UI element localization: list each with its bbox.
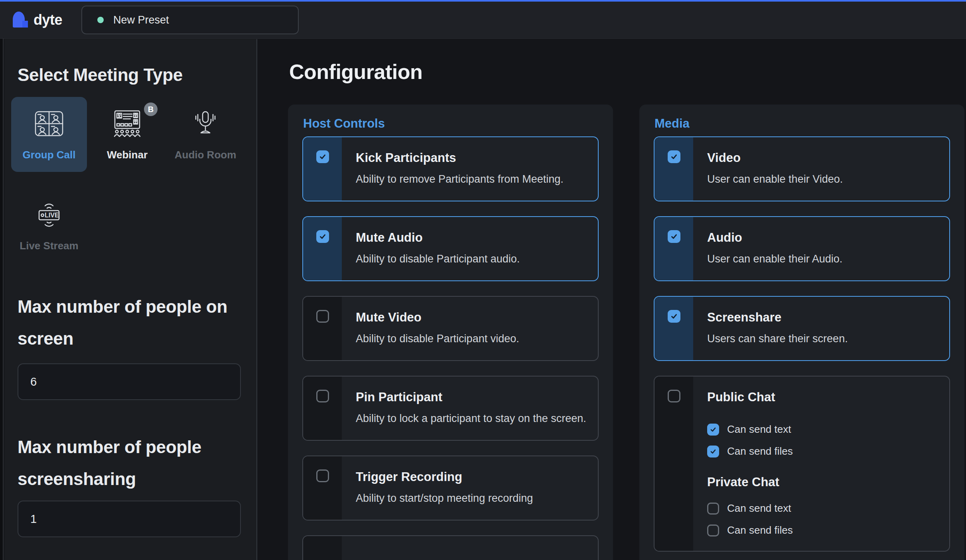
card-checkbox-strip: [303, 456, 342, 520]
meeting-type-audio-room[interactable]: Audio Room: [168, 97, 243, 172]
card-checkbox-strip: [303, 217, 342, 280]
dyte-logo: dyte: [12, 11, 62, 29]
card-checkbox-strip: [655, 377, 693, 551]
checkbox-checked-icon[interactable]: [707, 424, 719, 436]
page-title: Configuration: [289, 59, 422, 85]
checkbox-unchecked-icon[interactable]: [707, 503, 719, 515]
dyte-logo-icon: [12, 11, 30, 29]
permission-card-public-chat[interactable]: Public Chat Can send text Can send files: [654, 376, 950, 552]
preset-status-dot-icon: [97, 17, 104, 23]
card-description: Ability to lock a participant to stay on…: [356, 409, 588, 428]
checkbox-checked-icon[interactable]: [668, 310, 680, 323]
meeting-type-title: Select Meeting Type: [18, 61, 244, 89]
card-description: User can enable their Audio.: [707, 250, 940, 268]
checkbox-unchecked-icon[interactable]: [668, 390, 680, 402]
meeting-type-label: Webinar: [107, 149, 148, 161]
public-chat-can-send-text[interactable]: Can send text: [707, 423, 940, 436]
meeting-type-label: Group Call: [23, 149, 76, 161]
preset-name-field[interactable]: New Preset: [81, 6, 299, 34]
card-title: Mute Audio: [356, 230, 588, 245]
permission-card-pin-participant[interactable]: Pin Participant Ability to lock a partic…: [302, 376, 599, 441]
max-on-screen-input[interactable]: [18, 363, 241, 400]
permission-card-mute-audio[interactable]: Mute Audio Ability to disable Participan…: [302, 216, 599, 281]
card-description: Users can share their screen.: [707, 329, 940, 348]
sub-option-label: Can send files: [727, 445, 793, 457]
configuration-area: Configuration Host Controls Kick Partici…: [258, 39, 966, 560]
host-controls-title: Host Controls: [303, 116, 599, 131]
card-description: Ability to disable Participant video.: [356, 329, 588, 348]
permission-card-audio[interactable]: Audio User can enable their Audio.: [654, 216, 950, 281]
card-title: Video: [707, 150, 940, 166]
card-checkbox-strip: [303, 137, 342, 201]
checkbox-checked-icon[interactable]: [316, 150, 329, 163]
checkbox-unchecked-icon[interactable]: [316, 390, 329, 402]
meeting-type-label: Live Stream: [20, 240, 78, 252]
permission-card-mute-video[interactable]: Mute Video Ability to disable Participan…: [302, 296, 599, 361]
top-accent-bar: [0, 0, 966, 2]
card-checkbox-strip: [655, 297, 693, 360]
card-checkbox-strip: [303, 377, 342, 440]
private-chat-can-send-files[interactable]: Can send files: [707, 524, 940, 536]
media-section: Media Video User can enable their Video.: [639, 105, 964, 560]
card-title: Kick Participants: [356, 150, 588, 166]
svg-text:LIVE: LIVE: [45, 212, 59, 219]
card-title: Audio: [707, 230, 940, 245]
private-chat-can-send-text[interactable]: Can send text: [707, 502, 940, 515]
max-on-screen-label: Max number of people onscreen: [18, 291, 244, 355]
checkbox-checked-icon[interactable]: [668, 150, 680, 163]
live-stream-icon: LIVE: [35, 197, 63, 232]
card-description: Ability to remove Participants from Meet…: [356, 170, 588, 188]
brand-name: dyte: [34, 12, 62, 28]
card-description: User can enable their Video.: [707, 170, 940, 188]
window-left-edge: [0, 2, 4, 560]
checkbox-unchecked-icon[interactable]: [316, 310, 329, 323]
beta-badge: B: [144, 103, 158, 116]
permission-card-kick-participants[interactable]: Kick Participants Ability to remove Part…: [302, 136, 599, 201]
sub-option-label: Can send files: [727, 524, 793, 536]
public-chat-can-send-files[interactable]: Can send files: [707, 445, 940, 457]
sub-option-label: Can send text: [727, 502, 791, 515]
checkbox-unchecked-icon[interactable]: [707, 525, 719, 536]
checkbox-checked-icon[interactable]: [316, 230, 329, 243]
max-screenshare-label: Max number of peoplescreensharing: [18, 431, 244, 495]
sub-option-label: Can send text: [727, 423, 791, 436]
card-description: Ability to disable Participant audio.: [356, 250, 588, 268]
card-checkbox-strip: [655, 137, 693, 201]
checkbox-checked-icon[interactable]: [668, 230, 680, 243]
checkbox-checked-icon[interactable]: [707, 446, 719, 457]
preset-name: New Preset: [113, 14, 169, 26]
max-screenshare-input[interactable]: [18, 501, 241, 537]
audio-room-icon: [192, 106, 219, 141]
meeting-type-webinar[interactable]: B: [89, 97, 165, 172]
card-checkbox-strip: [303, 297, 342, 360]
meeting-type-grid: Group Call B: [11, 97, 244, 263]
card-title: Trigger Recording: [356, 469, 588, 485]
card-title: Mute Video: [356, 310, 588, 325]
meeting-type-live-stream[interactable]: LIVE Live Stream: [11, 188, 87, 263]
config-panels: Host Controls Kick Participants Ability …: [288, 105, 964, 560]
card-description: Ability to start/stop meeting recording: [356, 489, 588, 507]
sidebar: Select Meeting Type: [4, 39, 257, 560]
permission-card-partial[interactable]: [302, 535, 599, 560]
topbar: dyte New Preset: [0, 2, 966, 39]
card-title: Screenshare: [707, 310, 940, 325]
card-title: Public Chat: [707, 390, 940, 405]
permission-card-video[interactable]: Video User can enable their Video.: [654, 136, 950, 201]
checkbox-unchecked-icon[interactable]: [316, 469, 329, 482]
group-call-icon: [35, 106, 63, 141]
permission-card-trigger-recording[interactable]: Trigger Recording Ability to start/stop …: [302, 455, 599, 521]
card-title: Pin Participant: [356, 390, 588, 405]
card-checkbox-strip: [655, 217, 693, 280]
private-chat-heading: Private Chat: [707, 475, 940, 489]
permission-card-screenshare[interactable]: Screenshare Users can share their screen…: [654, 296, 950, 361]
meeting-type-label: Audio Room: [175, 149, 237, 161]
host-controls-section: Host Controls Kick Participants Ability …: [288, 105, 613, 560]
media-title: Media: [655, 116, 950, 131]
card-checkbox-strip: [303, 536, 342, 560]
meeting-type-group-call[interactable]: Group Call: [11, 97, 87, 172]
webinar-icon: [111, 106, 143, 141]
